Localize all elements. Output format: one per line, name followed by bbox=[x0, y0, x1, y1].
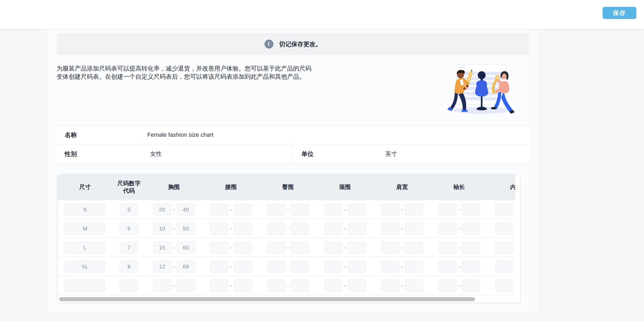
vertical-scroll-gutter[interactable] bbox=[529, 29, 538, 313]
sleeve-min-input[interactable] bbox=[438, 223, 456, 235]
chart-meta-form: 名称 Female fashion size chart 性别 女性 单位 英寸 bbox=[56, 125, 529, 164]
shoulder-min-input[interactable] bbox=[381, 280, 399, 292]
sleeve-cell: - bbox=[430, 223, 487, 235]
size-input[interactable] bbox=[65, 242, 105, 254]
inseam-min-input[interactable] bbox=[495, 242, 513, 254]
waist-max-input[interactable] bbox=[234, 223, 252, 235]
hips-max-input[interactable] bbox=[291, 280, 309, 292]
sleeve-max-input[interactable] bbox=[462, 204, 480, 216]
code-input[interactable] bbox=[120, 280, 138, 292]
range-separator: - bbox=[399, 225, 405, 232]
waist-max-input[interactable] bbox=[234, 242, 252, 254]
shoulder-cell: - bbox=[373, 223, 430, 235]
chest-max-input[interactable] bbox=[177, 261, 195, 273]
chest-min-input[interactable] bbox=[153, 261, 171, 273]
waist-min-input[interactable] bbox=[210, 242, 228, 254]
hips-min-input[interactable] bbox=[267, 280, 285, 292]
neck-min-input[interactable] bbox=[324, 242, 342, 254]
sleeve-max-input[interactable] bbox=[462, 261, 480, 273]
chest-min-input[interactable] bbox=[153, 223, 171, 235]
sleeve-min-input[interactable] bbox=[438, 204, 456, 216]
waist-min-input[interactable] bbox=[210, 204, 228, 216]
chest-min-input[interactable] bbox=[153, 204, 171, 216]
name-value[interactable]: Female fashion size chart bbox=[147, 131, 214, 138]
shoulder-min-input[interactable] bbox=[381, 223, 399, 235]
sleeve-min-input[interactable] bbox=[438, 261, 456, 273]
range-separator: - bbox=[171, 263, 177, 270]
notice-banner: ! 切记保存更改。 bbox=[56, 33, 529, 55]
shoulder-max-input[interactable] bbox=[405, 261, 423, 273]
size-measurement-illustration bbox=[442, 60, 521, 118]
range-separator: - bbox=[285, 225, 291, 232]
code-input[interactable] bbox=[120, 204, 138, 216]
shoulder-min-input[interactable] bbox=[381, 242, 399, 254]
sleeve-min-input[interactable] bbox=[438, 280, 456, 292]
waist-max-input[interactable] bbox=[234, 204, 252, 216]
inseam-min-input[interactable] bbox=[495, 261, 513, 273]
chest-cell: - bbox=[145, 261, 202, 273]
waist-min-input[interactable] bbox=[210, 261, 228, 273]
neck-max-input[interactable] bbox=[348, 242, 366, 254]
sleeve-max-input[interactable] bbox=[462, 280, 480, 292]
hips-max-input[interactable] bbox=[291, 204, 309, 216]
code-input[interactable] bbox=[120, 261, 138, 273]
neck-min-input[interactable] bbox=[324, 223, 342, 235]
neck-max-input[interactable] bbox=[348, 280, 366, 292]
size-input[interactable] bbox=[65, 261, 105, 273]
inseam-cell: - bbox=[487, 204, 515, 216]
size-input[interactable] bbox=[65, 204, 105, 216]
hips-min-input[interactable] bbox=[267, 261, 285, 273]
gender-unit-row: 性别 女性 单位 英寸 bbox=[56, 144, 529, 164]
gender-select[interactable]: 女性 bbox=[150, 150, 162, 158]
inseam-cell: - bbox=[487, 242, 515, 254]
unit-select[interactable]: 英寸 bbox=[385, 150, 397, 158]
hips-max-input[interactable] bbox=[291, 242, 309, 254]
range-separator: - bbox=[399, 282, 405, 289]
hips-min-input[interactable] bbox=[267, 204, 285, 216]
waist-min-input[interactable] bbox=[210, 223, 228, 235]
hips-max-input[interactable] bbox=[291, 223, 309, 235]
shoulder-min-input[interactable] bbox=[381, 204, 399, 216]
code-input[interactable] bbox=[120, 242, 138, 254]
waist-max-input[interactable] bbox=[234, 280, 252, 292]
size-input[interactable] bbox=[65, 280, 105, 292]
range-separator: - bbox=[513, 225, 515, 232]
inseam-min-input[interactable] bbox=[495, 280, 513, 292]
sleeve-max-input[interactable] bbox=[462, 223, 480, 235]
neck-min-input[interactable] bbox=[324, 204, 342, 216]
waist-min-input[interactable] bbox=[210, 280, 228, 292]
shoulder-max-input[interactable] bbox=[405, 242, 423, 254]
chest-max-input[interactable] bbox=[177, 280, 195, 292]
hips-min-input[interactable] bbox=[267, 242, 285, 254]
size-input[interactable] bbox=[65, 223, 105, 235]
shoulder-max-input[interactable] bbox=[405, 204, 423, 216]
shoulder-max-input[interactable] bbox=[405, 280, 423, 292]
inseam-min-input[interactable] bbox=[495, 223, 513, 235]
chest-min-input[interactable] bbox=[153, 280, 171, 292]
chest-cell: - bbox=[145, 280, 202, 292]
save-button[interactable]: 保存 bbox=[603, 7, 636, 19]
neck-max-input[interactable] bbox=[348, 223, 366, 235]
size-table-body: ----------------------------------- bbox=[58, 200, 515, 295]
inseam-min-input[interactable] bbox=[495, 204, 513, 216]
chest-min-input[interactable] bbox=[153, 242, 171, 254]
code-cell bbox=[112, 204, 145, 216]
waist-max-input[interactable] bbox=[234, 261, 252, 273]
horizontal-scrollbar-thumb[interactable] bbox=[59, 297, 475, 301]
neck-max-input[interactable] bbox=[348, 204, 366, 216]
chest-max-input[interactable] bbox=[177, 204, 195, 216]
chest-max-input[interactable] bbox=[177, 242, 195, 254]
column-header-hips: 臀围 bbox=[259, 174, 316, 200]
shoulder-max-input[interactable] bbox=[405, 223, 423, 235]
sleeve-max-input[interactable] bbox=[462, 242, 480, 254]
neck-max-input[interactable] bbox=[348, 261, 366, 273]
chest-cell: - bbox=[145, 242, 202, 254]
shoulder-min-input[interactable] bbox=[381, 261, 399, 273]
sleeve-min-input[interactable] bbox=[438, 242, 456, 254]
neck-min-input[interactable] bbox=[324, 280, 342, 292]
hips-min-input[interactable] bbox=[267, 223, 285, 235]
chest-max-input[interactable] bbox=[177, 223, 195, 235]
code-input[interactable] bbox=[120, 223, 138, 235]
hips-max-input[interactable] bbox=[291, 261, 309, 273]
neck-min-input[interactable] bbox=[324, 261, 342, 273]
